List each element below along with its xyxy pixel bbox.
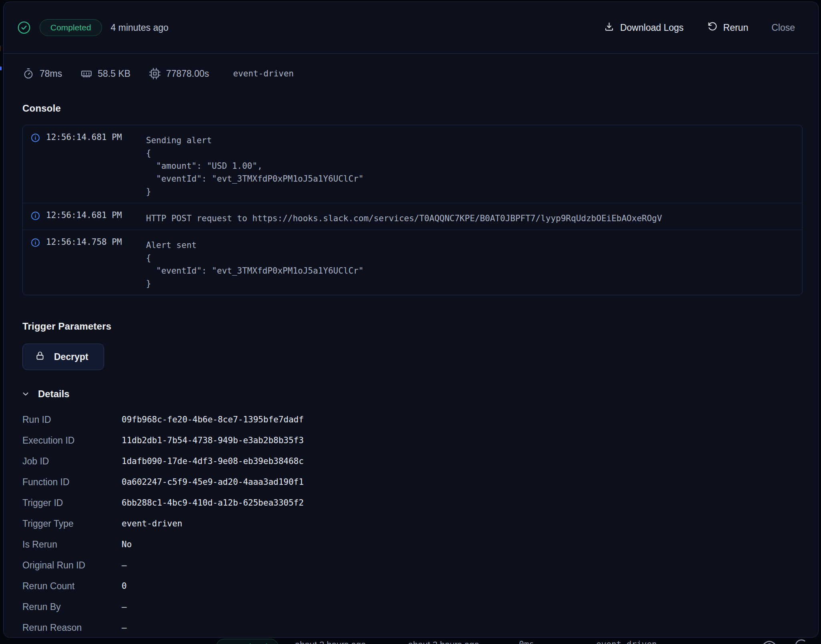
info-icon [31, 211, 40, 225]
run-time-ago: 4 minutes ago [111, 22, 168, 33]
trigger-parameters-title: Trigger Parameters [22, 321, 111, 332]
detail-row: Original Run ID – [22, 555, 503, 576]
info-icon [31, 238, 40, 290]
cpu-time-value: 77878.00s [166, 68, 209, 79]
detail-row: Rerun Reason – [22, 617, 503, 638]
panel-header: Completed 4 minutes ago Download Logs [4, 2, 818, 54]
detail-value: 0 [122, 581, 503, 591]
stopwatch-icon [22, 68, 34, 80]
detail-value: 0a602247-c5f9-45e9-ad20-4aaa3ad190f1 [122, 477, 503, 487]
details-title: Details [38, 388, 70, 400]
log-line: } [146, 187, 151, 196]
download-logs-button[interactable]: Download Logs [604, 21, 684, 34]
rerun-label: Rerun [723, 22, 749, 33]
selected-row-indicator [0, 66, 2, 70]
details-section-toggle[interactable]: Details [21, 388, 70, 400]
run-detail-panel: Completed 4 minutes ago Download Logs [3, 2, 819, 638]
log-entry: 12:56:14.681 PM HTTP POST request to htt… [23, 203, 802, 230]
status-badge-label: Completed [50, 23, 91, 32]
rerun-button[interactable]: Rerun [707, 21, 749, 34]
check-circle-icon [17, 21, 31, 34]
decrypt-button[interactable]: Decrypt [22, 344, 104, 370]
details-list: Run ID 09fb968c-fe20-4b6e-8ce7-1395bfe7d… [22, 409, 503, 638]
detail-value: 1dafb090-17de-4df3-9e08-eb39eb38468c [122, 456, 503, 466]
run-status-group: Completed 4 minutes ago [17, 19, 168, 36]
log-line: Sending alert [146, 136, 212, 145]
detail-row: Is Rerun No [22, 534, 503, 555]
detail-label: Original Run ID [22, 560, 122, 571]
log-message: HTTP POST request to https://hooks.slack… [146, 209, 662, 225]
log-entry: 12:56:14.758 PM Alert sent { "eventId": … [23, 230, 802, 295]
log-line: Alert sent [146, 240, 196, 250]
trigger-type-tag: event-driven [233, 69, 294, 78]
memory-value: 58.5 KB [98, 68, 130, 79]
info-icon [31, 133, 40, 198]
detail-label: Rerun By [22, 602, 122, 612]
detail-value: 09fb968c-fe20-4b6e-8ce7-1395bfe7dadf [122, 415, 503, 424]
detail-value: – [122, 602, 503, 612]
detail-label: Trigger ID [22, 498, 122, 508]
log-timestamp: 12:56:14.758 PM [46, 236, 128, 290]
detail-value: – [122, 560, 503, 570]
run-stats-row: 78ms 58.5 KB [22, 68, 294, 80]
clipped-text-fragment: u [0, 42, 1, 54]
log-timestamp: 12:56:14.681 PM [46, 131, 128, 198]
console-log: 12:56:14.681 PM Sending alert { "amount"… [22, 125, 803, 295]
log-line: HTTP POST request to https://hooks.slack… [146, 214, 662, 223]
detail-label: Is Rerun [22, 539, 122, 550]
rerun-icon[interactable] [794, 638, 809, 644]
detail-value: 11db2db1-7b54-4738-949b-e3ab2b8b35f3 [122, 436, 503, 445]
table-cell-trigger: event-driven [596, 640, 657, 644]
detail-value: – [122, 623, 503, 632]
log-line: } [146, 279, 151, 288]
detail-label: Job ID [22, 456, 122, 467]
detail-value: No [122, 540, 503, 549]
chevron-down-icon [21, 390, 30, 398]
log-timestamp: 12:56:14.681 PM [46, 209, 128, 225]
log-line: { [146, 148, 151, 158]
status-badge: Completed [40, 19, 102, 36]
detail-label: Rerun Reason [22, 622, 122, 633]
status-badge: Completed [216, 639, 278, 644]
detail-row: Rerun Count 0 [22, 576, 503, 596]
detail-value: 6bb288c1-4bc9-410d-a12b-625bea3305f2 [122, 498, 503, 508]
detail-row: Trigger ID 6bb288c1-4bc9-410d-a12b-625be… [22, 492, 503, 513]
table-cell-created: about 2 hours ago [295, 640, 366, 644]
decrypt-label: Decrypt [54, 352, 88, 362]
detail-row: Function ID 0a602247-c5f9-45e9-ad20-4aaa… [22, 472, 503, 492]
cpu-icon [149, 68, 161, 80]
log-message: Sending alert { "amount": "USD 1.00", "e… [146, 131, 364, 198]
memory-stat: 58.5 KB [80, 68, 130, 80]
detail-value: event-driven [122, 519, 503, 528]
detail-label: Execution ID [22, 435, 122, 446]
detail-row: Trigger Type event-driven [22, 513, 503, 534]
status-badge-label: Completed [227, 642, 268, 644]
detail-row: Job ID 1dafb090-17de-4df3-9e08-eb39eb384… [22, 451, 503, 472]
eye-icon[interactable] [762, 638, 777, 644]
log-entry: 12:56:14.681 PM Sending alert { "amount"… [23, 125, 802, 203]
duration-value: 78ms [40, 68, 62, 79]
close-label: Close [771, 22, 795, 33]
detail-label: Function ID [22, 477, 122, 488]
log-line: "eventId": "evt_3TMXfdP0xPM1oJ5a1Y6UClCr… [146, 266, 364, 276]
detail-row: Execution ID 11db2db1-7b54-4738-949b-e3a… [22, 430, 503, 451]
download-icon [604, 21, 615, 34]
rotate-ccw-icon [707, 21, 718, 34]
table-cell-duration: 0ms [519, 640, 534, 644]
lock-icon [35, 350, 45, 363]
log-line: "amount": "USD 1.00", [146, 161, 262, 171]
close-button[interactable]: Close [771, 22, 795, 33]
table-cell-started: about 2 hours ago [408, 640, 479, 644]
download-logs-label: Download Logs [620, 22, 684, 33]
detail-row: Rerun By – [22, 596, 503, 617]
detail-label: Run ID [22, 414, 122, 425]
console-title: Console [22, 103, 61, 114]
duration-stat: 78ms [22, 68, 62, 80]
log-message: Alert sent { "eventId": "evt_3TMXfdP0xPM… [146, 236, 364, 290]
detail-row: Run ID 09fb968c-fe20-4b6e-8ce7-1395bfe7d… [22, 409, 503, 430]
log-line: "eventId": "evt_3TMXfdP0xPM1oJ5a1Y6UClCr… [146, 174, 364, 184]
screen: c u Completed about 2 hours ago about 2 … [0, 0, 821, 644]
log-line: { [146, 253, 151, 263]
cpu-stat: 77878.00s [149, 68, 209, 80]
header-actions: Download Logs Rerun Close [604, 21, 795, 34]
